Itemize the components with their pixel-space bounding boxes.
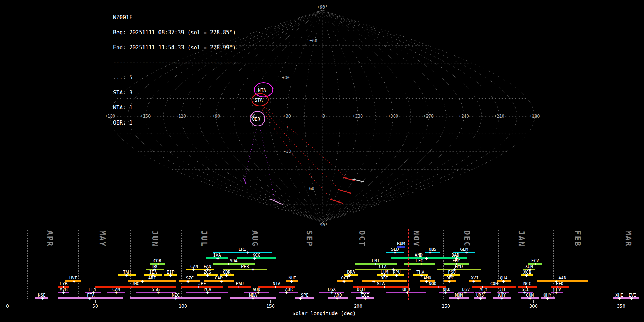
peak-marker-avb: + [62,291,65,294]
shower-label-ari: ARI [148,276,156,280]
axis-tick [270,300,271,303]
peak-marker-dsx: + [330,291,333,294]
peak-marker-ege: + [364,297,366,300]
radiant-map-app: NZ001E Beg: 20251111 08:37:39 (sol = 228… [0,0,644,322]
month-gridline [78,229,79,300]
peak-marker-rpu: + [395,274,398,277]
month-label: JUL [200,230,208,247]
peak-marker-kcg: + [253,257,256,260]
peak-marker-nda: + [252,297,254,300]
peak-marker-zcs: + [206,274,209,277]
peak-marker-sld: + [394,251,396,254]
peak-marker-ixa: + [216,257,219,260]
axis-tick-label: 100 [179,303,187,309]
peak-marker-spe: + [299,297,302,300]
peak-marker-sta: + [383,285,386,289]
peak-marker-jmc: + [131,285,133,289]
axis-tick-label: 250 [441,303,450,309]
peak-marker-and: + [425,257,428,260]
axis-tick-label: 350 [617,303,625,309]
peak-marker-sda: + [227,262,230,266]
shower-label-per: PER [241,264,249,269]
peak-marker-obs: + [429,251,431,254]
peak-marker-szc: + [186,279,189,283]
peak-marker-kum: + [399,245,401,249]
peak-marker-cap: + [220,279,223,283]
peak-marker-tah: + [125,274,128,277]
peak-marker-leo: + [420,262,423,266]
shower-label-spe: SPE [301,293,309,297]
current-sol-line [408,229,409,300]
peak-marker-xcb: + [525,274,528,277]
peak-marker-oct: + [343,279,346,283]
peak-marker-evi: + [630,297,633,300]
shower-label-sda: SDA [230,259,238,263]
peak-marker-ard: + [336,297,338,300]
axis-tick [621,300,621,303]
shower-label-and: AND [415,253,423,257]
axis-tick-label: 300 [529,303,537,309]
peak-marker-aud: + [257,291,259,294]
peak-marker-fev: + [555,291,557,294]
peak-marker-urs: + [479,297,482,300]
peak-marker-dkd: + [444,291,447,294]
shower-label-cta: CTA [379,264,387,269]
peak-marker-ssg: + [157,291,160,294]
month-label: JUN [151,230,159,247]
peak-marker-ohy: + [546,297,549,300]
shower-label-eri: ERI [239,247,247,252]
month-label: NOV [412,230,420,247]
peak-marker-gdr: + [225,274,228,277]
month-label: APR [45,230,54,247]
peak-marker-mon: + [457,297,459,300]
shower-label-hyd: HYD [455,264,463,269]
month-label: SEP [305,230,313,247]
month-label: MAR [624,230,633,247]
shower-label-aan: AAN [558,276,566,280]
peak-marker-ahy: + [501,297,503,300]
month-gridline [181,229,182,300]
month-gridline [604,229,604,300]
peak-marker-xvi: + [472,279,475,283]
shower-label-ori: ORI [381,276,389,280]
peak-marker-ari: + [141,279,144,283]
peak-marker-cam: + [115,291,118,294]
peak-marker-eri: + [246,251,249,254]
peak-marker-amo: + [425,279,428,283]
axis-tick-label: 150 [266,303,274,309]
month-label: JAN [517,230,526,247]
peak-marker-aur: + [285,291,288,294]
peak-marker-hvi: + [73,279,75,283]
peak-marker-can: + [192,268,195,272]
peak-marker-tha: + [420,274,423,277]
peak-marker-qua: + [502,279,505,283]
x-axis-label: Solar longitude (deg) [8,311,641,316]
peak-marker-ori: + [372,279,375,283]
peak-marker-gem: + [465,251,468,254]
axis-tick [446,300,446,303]
activity-timeline: Solar longitude (deg) APRMAYJUNJULAUGSEP… [0,0,644,322]
shower-label-noo: NOO [429,282,436,286]
axis-tick [358,300,358,303]
month-label: MAY [98,230,107,247]
axis-tick-label: 200 [354,303,362,309]
peak-marker-pca: + [206,291,209,294]
peak-marker-dsv: + [464,291,467,294]
peak-marker-noo: + [437,285,440,289]
peak-marker-nia: + [274,285,277,289]
axis-tick-label: 50 [92,303,98,309]
axis-tick [533,300,534,303]
month-label: AUG [250,230,259,247]
axis-tick-label: 0 [6,303,9,309]
month-label: FEB [573,230,582,247]
peak-marker-fta: + [88,297,91,300]
peak-marker-lmi: + [374,262,377,266]
axis-tick [8,300,8,303]
month-gridline [27,229,28,300]
peak-marker-ecv: + [534,262,537,266]
peak-marker-dpc: + [448,279,451,283]
peak-marker-gum: + [528,297,531,300]
peak-marker-pau: + [238,285,240,289]
peak-marker-per: + [252,268,254,272]
month-label: DEC [463,230,471,247]
